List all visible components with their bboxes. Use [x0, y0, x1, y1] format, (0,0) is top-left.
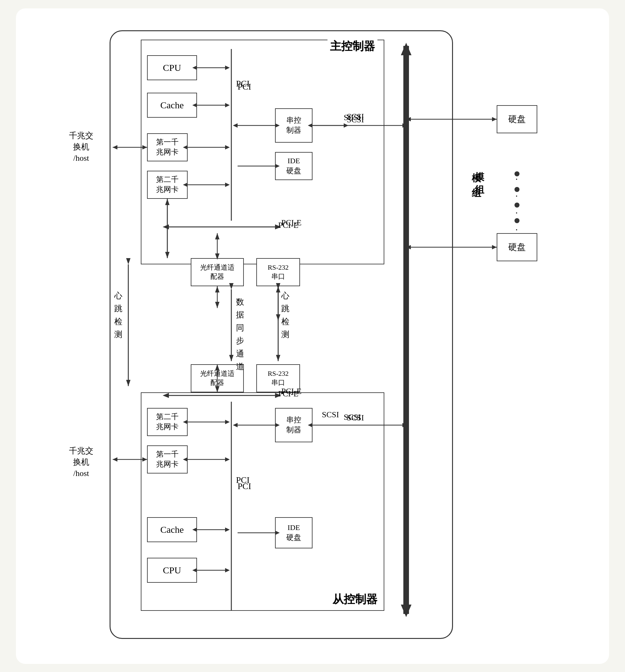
svg-marker-100 — [113, 457, 117, 462]
svg-marker-44 — [165, 252, 170, 258]
page: 主控制器 从控制器 CPU Cache 第一千兆网卡 第二千兆网卡 串控制器 I… — [16, 8, 609, 664]
scsi-bottom-label: SCSI — [344, 413, 361, 422]
svg-marker-90 — [225, 568, 230, 572]
svg-marker-24 — [401, 605, 411, 617]
data-sync-label: 数据同步通道 — [236, 295, 244, 374]
svg-marker-99 — [142, 457, 147, 462]
svg-marker-57 — [126, 380, 130, 386]
svg-marker-87 — [225, 527, 230, 532]
svg-marker-56 — [126, 258, 130, 264]
svg-marker-51 — [215, 286, 219, 292]
svg-marker-78 — [183, 457, 188, 462]
svg-marker-9 — [225, 145, 230, 149]
svg-marker-27 — [308, 123, 312, 128]
svg-marker-10 — [183, 145, 188, 149]
svg-marker-81 — [233, 423, 238, 427]
heartbeat-right-label: 心跳检测 — [281, 289, 289, 341]
svg-marker-33 — [492, 245, 497, 249]
svg-marker-15 — [275, 123, 280, 128]
svg-marker-23 — [401, 43, 411, 55]
dots-decoration: ···· — [515, 171, 518, 238]
svg-marker-96 — [142, 145, 147, 149]
switch-top-label: 千兆交换机/host — [69, 130, 93, 164]
svg-text:SCSI: SCSI — [322, 410, 339, 419]
svg-marker-12 — [225, 183, 230, 187]
svg-marker-7 — [192, 103, 197, 107]
scsi-top-label: SCSI — [344, 113, 361, 122]
module-text-label: 模组 — [472, 171, 481, 201]
svg-marker-80 — [275, 423, 280, 427]
pcie-top-label: PCI-E — [278, 221, 298, 230]
pci-bottom-label: PCI — [236, 475, 250, 485]
svg-marker-62 — [276, 283, 280, 289]
svg-marker-88 — [192, 527, 197, 532]
svg-marker-77 — [225, 457, 230, 462]
svg-marker-93 — [275, 531, 280, 535]
svg-marker-6 — [225, 103, 230, 107]
svg-marker-40 — [163, 224, 169, 230]
pcie-bottom-label: PCI-E — [278, 389, 298, 399]
switch-bottom-label: 千兆交换机/host — [69, 446, 93, 479]
svg-marker-3 — [225, 66, 230, 70]
svg-marker-75 — [183, 420, 188, 424]
heartbeat-left-label: 心跳检测 — [114, 289, 122, 341]
svg-marker-97 — [113, 145, 117, 149]
svg-marker-59 — [229, 283, 234, 289]
diagram-container: 主控制器 从控制器 CPU Cache 第一千兆网卡 第二千兆网卡 串控制器 I… — [63, 21, 562, 645]
svg-marker-63 — [276, 355, 280, 361]
svg-marker-45 — [165, 199, 170, 205]
svg-marker-91 — [192, 568, 197, 572]
svg-marker-16 — [233, 123, 238, 128]
svg-marker-13 — [183, 183, 188, 187]
svg-marker-65 — [163, 393, 169, 398]
svg-marker-18 — [275, 164, 280, 168]
svg-marker-70 — [215, 386, 219, 392]
svg-marker-69 — [215, 364, 219, 370]
pci-top-label: PCI — [236, 79, 250, 89]
svg-marker-30 — [492, 117, 497, 121]
svg-marker-50 — [215, 302, 219, 308]
arrows-svg: PCI S — [63, 21, 562, 645]
svg-marker-4 — [192, 66, 197, 70]
svg-marker-74 — [225, 420, 230, 424]
svg-marker-84 — [308, 423, 312, 427]
svg-marker-47 — [215, 233, 219, 239]
svg-marker-48 — [215, 254, 219, 260]
svg-marker-60 — [229, 355, 234, 361]
